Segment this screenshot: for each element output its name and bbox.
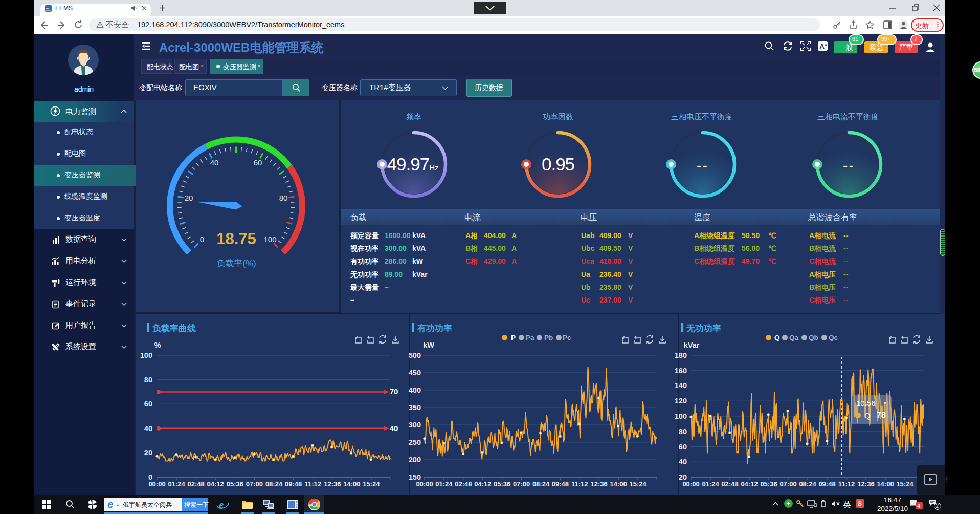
svg-text:100: 100	[675, 412, 687, 420]
svg-text:11:12: 11:12	[838, 480, 855, 488]
svg-text:07:00: 07:00	[779, 480, 796, 488]
svg-text:160: 160	[675, 367, 687, 375]
svg-text:60: 60	[679, 443, 687, 451]
svg-text:140: 140	[675, 381, 687, 390]
svg-text:08:24: 08:24	[799, 480, 816, 488]
svg-text:05:36: 05:36	[760, 480, 777, 488]
svg-text:e: e	[219, 499, 224, 511]
svg-text:09:48: 09:48	[818, 480, 835, 488]
svg-text:02:48: 02:48	[721, 480, 738, 488]
svg-text:15:24: 15:24	[896, 480, 914, 488]
svg-text:00:00: 00:00	[682, 480, 699, 488]
svg-text:40: 40	[679, 458, 687, 466]
svg-text:180: 180	[675, 351, 687, 359]
svg-text:12:36: 12:36	[857, 480, 874, 488]
svg-text:80: 80	[679, 427, 687, 436]
svg-text:14:00: 14:00	[877, 480, 894, 488]
svg-text:120: 120	[675, 397, 687, 405]
svg-text:04:12: 04:12	[741, 480, 758, 488]
svg-text:kVar: kVar	[684, 341, 700, 349]
svg-text:01:24: 01:24	[702, 480, 719, 488]
